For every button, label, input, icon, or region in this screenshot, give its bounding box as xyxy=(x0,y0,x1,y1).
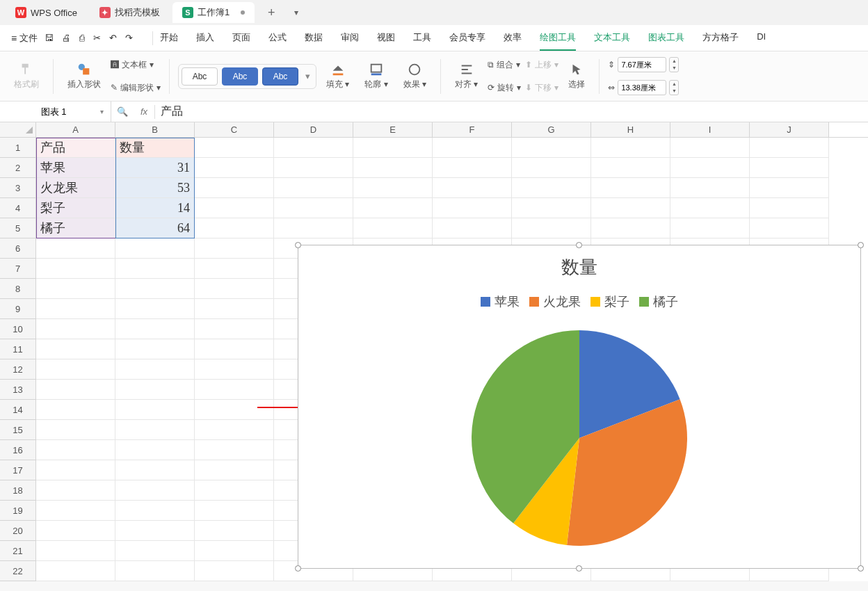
cell[interactable]: 53 xyxy=(115,178,195,198)
row-header[interactable]: 18 xyxy=(0,480,36,501)
row-header[interactable]: 11 xyxy=(0,339,36,359)
cell[interactable] xyxy=(195,561,274,581)
cell[interactable] xyxy=(195,501,274,521)
row-header[interactable]: 22 xyxy=(0,561,36,581)
tab-draw-tools[interactable]: 绘图工具 xyxy=(540,26,576,51)
cell[interactable] xyxy=(195,218,274,238)
cell[interactable]: 64 xyxy=(115,218,195,238)
select-all-corner[interactable] xyxy=(0,122,36,137)
legend-item[interactable]: 橘子 xyxy=(639,293,678,310)
cell[interactable] xyxy=(274,218,353,238)
tab-start[interactable]: 开始 xyxy=(160,26,178,51)
cell[interactable] xyxy=(670,198,750,218)
search-icon[interactable]: 🔍 xyxy=(111,106,134,117)
col-header[interactable]: J xyxy=(750,122,829,137)
cell[interactable] xyxy=(591,158,670,178)
row-header[interactable]: 21 xyxy=(0,541,36,561)
resize-handle[interactable] xyxy=(295,242,301,248)
cell[interactable] xyxy=(353,198,433,218)
tab-data[interactable]: 数据 xyxy=(305,26,323,51)
tab-page[interactable]: 页面 xyxy=(232,26,250,51)
pie-chart[interactable] xyxy=(468,327,691,549)
cell[interactable] xyxy=(195,198,274,218)
tab-insert[interactable]: 插入 xyxy=(196,26,214,51)
cell[interactable] xyxy=(195,460,274,480)
cell[interactable] xyxy=(36,440,115,460)
col-header[interactable]: I xyxy=(670,122,750,137)
print-icon[interactable]: 🖨 xyxy=(62,33,71,43)
cell[interactable] xyxy=(195,359,274,380)
file-menu[interactable]: ≡ 文件 xyxy=(11,32,38,44)
width-stepper[interactable]: ▲▼ xyxy=(669,80,679,95)
cell[interactable] xyxy=(750,138,829,158)
app-tab-workbook[interactable]: S 工作簿1 xyxy=(172,2,255,23)
cell[interactable] xyxy=(670,158,750,178)
row-header[interactable]: 1 xyxy=(0,138,36,158)
cell[interactable] xyxy=(512,178,591,198)
chevron-down-icon[interactable]: ▾ xyxy=(100,108,104,115)
col-header[interactable]: D xyxy=(274,122,353,137)
cell[interactable] xyxy=(591,178,670,198)
resize-handle[interactable] xyxy=(858,565,864,572)
cell[interactable] xyxy=(115,279,195,299)
cell[interactable] xyxy=(670,218,750,238)
cell[interactable] xyxy=(591,138,670,158)
tab-efficiency[interactable]: 效率 xyxy=(504,26,522,51)
tab-formula[interactable]: 公式 xyxy=(268,26,287,51)
cell[interactable] xyxy=(115,501,195,521)
resize-handle[interactable] xyxy=(576,242,582,248)
effect-button[interactable]: 效果 ▾ xyxy=(398,56,432,97)
cell[interactable] xyxy=(115,521,195,541)
cell[interactable] xyxy=(195,339,274,359)
cell[interactable] xyxy=(433,158,512,178)
width-input[interactable] xyxy=(618,80,666,95)
cell[interactable] xyxy=(195,521,274,541)
style-1[interactable]: Abc xyxy=(182,67,218,86)
cell[interactable] xyxy=(195,541,274,561)
resize-handle[interactable] xyxy=(576,565,582,572)
cell[interactable] xyxy=(36,521,115,541)
edit-shape-button[interactable]: ✎编辑形状▾ xyxy=(111,78,161,98)
tab-tools[interactable]: 工具 xyxy=(413,26,431,51)
col-header[interactable]: F xyxy=(433,122,512,137)
row-header[interactable]: 10 xyxy=(0,319,36,339)
cell[interactable]: 火龙果 xyxy=(36,178,115,198)
tab-text-tools[interactable]: 文本工具 xyxy=(594,26,630,51)
row-header[interactable]: 2 xyxy=(0,158,36,178)
fx-icon[interactable]: fx xyxy=(134,106,154,117)
style-3[interactable]: Abc xyxy=(262,67,298,86)
cell[interactable] xyxy=(195,420,274,440)
formula-value[interactable]: 产品 xyxy=(155,104,188,119)
app-tab-template[interactable]: ✦ 找稻壳模板 xyxy=(90,2,170,23)
cell[interactable] xyxy=(36,259,115,279)
row-header[interactable]: 4 xyxy=(0,198,36,218)
cell[interactable] xyxy=(433,198,512,218)
tab-chart-tools[interactable]: 图表工具 xyxy=(648,26,684,51)
cell[interactable] xyxy=(195,238,274,259)
cell[interactable] xyxy=(36,420,115,440)
legend-item[interactable]: 火龙果 xyxy=(529,293,581,310)
save-icon[interactable]: 🖫 xyxy=(45,33,54,43)
cell[interactable] xyxy=(36,359,115,380)
cell[interactable] xyxy=(36,480,115,501)
cell[interactable] xyxy=(195,319,274,339)
height-input[interactable] xyxy=(618,57,666,72)
rotate-button[interactable]: ⟳旋转▾ xyxy=(488,78,521,98)
cell[interactable] xyxy=(36,400,115,420)
cell[interactable] xyxy=(512,158,591,178)
tab-view[interactable]: 视图 xyxy=(377,26,395,51)
row-header[interactable]: 3 xyxy=(0,178,36,198)
legend-item[interactable]: 苹果 xyxy=(481,293,520,310)
row-header[interactable]: 15 xyxy=(0,420,36,440)
cell[interactable] xyxy=(115,339,195,359)
name-box[interactable]: ▾ xyxy=(0,102,111,122)
cell[interactable] xyxy=(115,380,195,400)
chart-object[interactable]: 数量 苹果火龙果梨子橘子 xyxy=(298,245,861,569)
cell[interactable]: 橘子 xyxy=(36,218,115,238)
outline-button[interactable]: 轮廓 ▾ xyxy=(359,56,393,97)
cell[interactable] xyxy=(195,279,274,299)
cell[interactable] xyxy=(195,158,274,178)
row-header[interactable]: 5 xyxy=(0,218,36,238)
cell[interactable] xyxy=(750,218,829,238)
col-header[interactable]: A xyxy=(36,122,115,137)
